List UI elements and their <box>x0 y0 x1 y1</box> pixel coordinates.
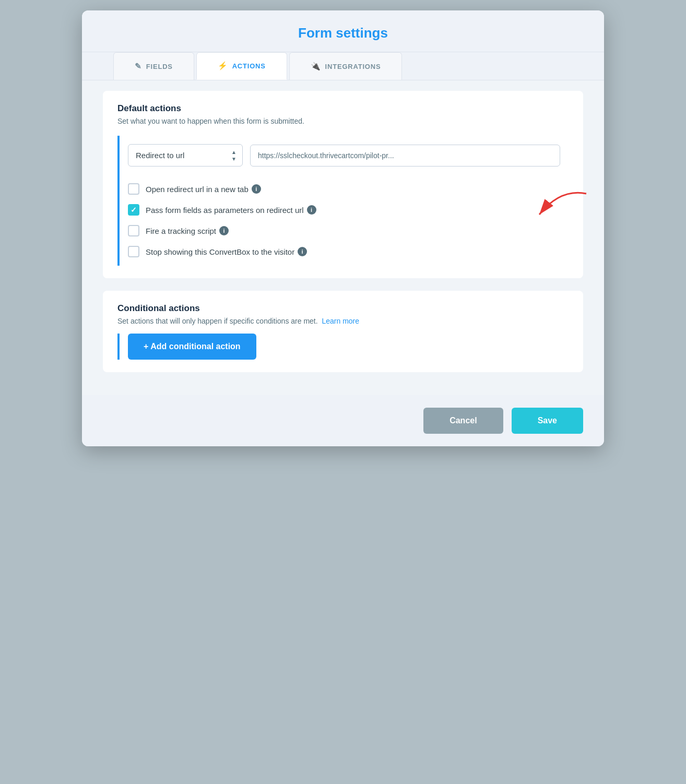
default-actions-title: Default actions <box>117 103 569 114</box>
tab-integrations[interactable]: 🔌 INTEGRATIONS <box>289 52 403 80</box>
plug-icon: 🔌 <box>311 62 321 71</box>
checkbox-fire-tracking-input[interactable] <box>128 225 139 236</box>
pass-form-fields-info-icon[interactable]: i <box>307 205 316 215</box>
checkbox-open-new-tab-input[interactable] <box>128 183 139 195</box>
fire-tracking-info-icon[interactable]: i <box>219 226 229 235</box>
tab-actions-label: ACTIONS <box>232 62 266 70</box>
checkbox-stop-showing-label: Stop showing this ConvertBox to the visi… <box>146 247 307 256</box>
modal-header: Form settings <box>82 10 604 52</box>
checkbox-open-new-tab: Open redirect url in a new tab i <box>128 183 560 195</box>
checkbox-open-new-tab-label: Open redirect url in a new tab i <box>146 184 261 194</box>
tab-fields-label: FIELDS <box>146 63 173 70</box>
open-new-tab-info-icon[interactable]: i <box>252 184 261 194</box>
stop-showing-info-icon[interactable]: i <box>298 247 307 256</box>
checkbox-fire-tracking-label: Fire a tracking script i <box>146 226 229 235</box>
add-conditional-action-button[interactable]: + Add conditional action <box>128 334 256 360</box>
learn-more-link[interactable]: Learn more <box>322 317 359 325</box>
checkbox-stop-showing: Stop showing this ConvertBox to the visi… <box>128 246 560 257</box>
checkboxes-block: Open redirect url in a new tab i Pass fo… <box>117 175 569 266</box>
redirect-url-input[interactable] <box>250 145 560 167</box>
conditional-actions-desc: Set actions that will only happen if spe… <box>117 317 569 325</box>
conditional-actions-card: Conditional actions Set actions that wil… <box>103 291 583 372</box>
action-select-wrapper: Redirect to url Fire tracking script Sho… <box>128 144 243 167</box>
tab-actions[interactable]: ⚡ ACTIONS <box>196 52 287 80</box>
checkbox-fire-tracking: Fire a tracking script i <box>128 225 560 236</box>
bolt-icon: ⚡ <box>218 61 228 70</box>
checkbox-pass-form-fields: Pass form fields as parameters on redire… <box>128 204 560 216</box>
cancel-button[interactable]: Cancel <box>423 408 503 434</box>
save-button[interactable]: Save <box>512 408 583 434</box>
default-actions-desc: Set what you want to happen when this fo… <box>117 117 569 125</box>
tab-fields[interactable]: ✎ FIELDS <box>113 52 194 80</box>
conditional-actions-title: Conditional actions <box>117 303 569 314</box>
checkbox-stop-showing-input[interactable] <box>128 246 139 257</box>
default-actions-card: Default actions Set what you want to hap… <box>103 91 583 278</box>
modal: Form settings ✎ FIELDS ⚡ ACTIONS 🔌 INTEG… <box>82 10 604 446</box>
modal-footer: Cancel Save <box>82 395 604 446</box>
add-conditional-row: + Add conditional action <box>117 334 569 360</box>
edit-icon: ✎ <box>135 62 142 71</box>
red-arrow-annotation <box>529 188 592 230</box>
tab-integrations-label: INTEGRATIONS <box>325 63 381 70</box>
modal-title: Form settings <box>82 25 604 41</box>
checkbox-pass-form-fields-input[interactable] <box>128 204 139 216</box>
action-select[interactable]: Redirect to url Fire tracking script Sho… <box>128 144 243 167</box>
modal-body: Default actions Set what you want to hap… <box>82 80 604 395</box>
tabs-row: ✎ FIELDS ⚡ ACTIONS 🔌 INTEGRATIONS <box>82 52 604 80</box>
checkbox-pass-form-fields-label: Pass form fields as parameters on redire… <box>146 205 316 215</box>
